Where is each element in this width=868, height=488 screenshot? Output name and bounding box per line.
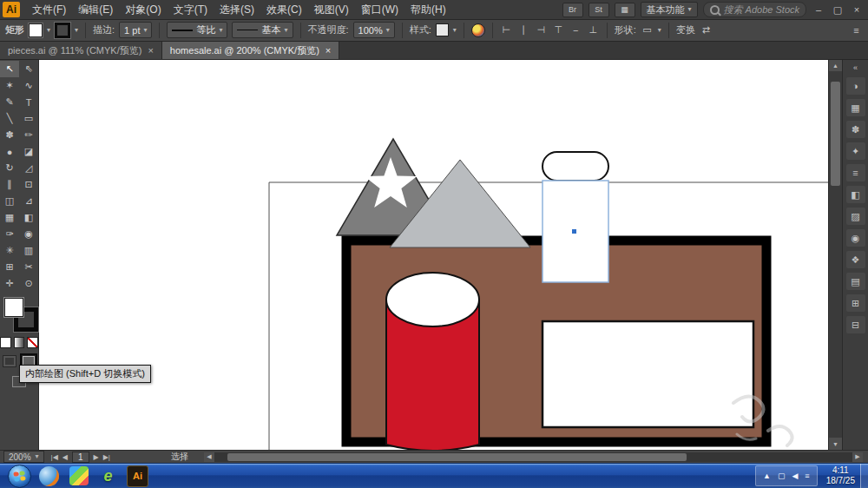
fill-color-swatch[interactable] — [29, 23, 43, 37]
appearance-panel-icon[interactable]: ◉ — [846, 229, 865, 247]
mesh-tool[interactable]: ▦ — [0, 209, 19, 226]
graphic-styles-panel-icon[interactable]: ❖ — [846, 251, 865, 268]
last-artboard-button[interactable]: ▶| — [103, 453, 110, 461]
restore-button[interactable]: ▢ — [831, 4, 845, 16]
menu-effect[interactable]: 效果(C) — [260, 0, 308, 19]
adobe-stock-search[interactable]: 搜索 Adobe Stock — [703, 2, 806, 17]
stroke-weight-input[interactable]: 1 pt ▾ — [119, 22, 152, 38]
canvas-area[interactable] — [39, 59, 828, 450]
menu-select[interactable]: 选择(S) — [214, 0, 260, 19]
tray-network-icon[interactable]: ≡ — [805, 472, 809, 480]
hand-tool[interactable]: ✛ — [0, 275, 19, 292]
tab-close-icon[interactable]: × — [326, 45, 331, 56]
transform-link[interactable]: 变换 — [676, 23, 695, 36]
scroll-right-icon[interactable]: ▶ — [852, 452, 863, 462]
zoom-level-select[interactable]: 200% ▾ — [3, 451, 44, 463]
tab-homesale[interactable]: homesale.ai @ 200% (CMYK/预览) × — [162, 42, 339, 59]
color-panel-icon[interactable]: ◑ — [846, 77, 865, 95]
close-button[interactable]: × — [850, 4, 864, 15]
tab-close-icon[interactable]: × — [148, 45, 153, 56]
panel-menu-icon[interactable]: ≡ — [850, 25, 863, 36]
gradient-tool[interactable]: ◧ — [19, 209, 38, 226]
chimney-cap[interactable] — [542, 152, 608, 181]
menu-help[interactable]: 帮助(H) — [404, 0, 452, 19]
hidden-icons-chevron-icon[interactable]: ▲ — [763, 472, 771, 480]
pencil-tool[interactable]: ✏ — [19, 127, 38, 143]
fill-caret-icon[interactable]: ▾ — [47, 27, 50, 34]
blob-brush-tool[interactable]: ● — [0, 143, 19, 160]
align-horizontal-right-icon[interactable]: ⊣ — [535, 24, 548, 36]
vertical-scrollbar[interactable]: ▲ ▼ — [828, 59, 842, 450]
horizontal-scrollbar[interactable]: ◀ ▶ — [204, 452, 863, 462]
symbol-sprayer-tool[interactable]: ✳ — [0, 242, 19, 259]
artboards-panel-icon[interactable]: ⊞ — [846, 294, 865, 312]
brush-definition-select[interactable]: 基本 ▾ — [232, 22, 293, 38]
door-cylinder-top[interactable] — [386, 273, 479, 326]
media-app-icon[interactable] — [68, 465, 89, 487]
tray-volume-icon[interactable]: ◀ — [792, 472, 798, 480]
align-vertical-top-icon[interactable]: ⊤ — [552, 24, 565, 36]
direct-selection-tool[interactable]: ⇖ — [19, 61, 38, 77]
stroke-color-swatch[interactable] — [55, 23, 70, 38]
anchor-point[interactable] — [572, 229, 576, 234]
none-button[interactable] — [27, 337, 38, 348]
magic-wand-tool[interactable]: ✶ — [0, 77, 19, 94]
stroke-caret-icon[interactable]: ▾ — [75, 27, 78, 34]
menu-edit[interactable]: 编辑(E) — [72, 0, 119, 19]
menu-file[interactable]: 文件(F) — [26, 0, 72, 19]
artboard-number-input[interactable]: 1 — [72, 452, 89, 463]
transparency-panel-icon[interactable]: ▨ — [846, 208, 865, 225]
stroke-panel-icon[interactable]: ≡ — [846, 164, 865, 181]
recolor-artwork-icon[interactable] — [471, 23, 485, 37]
align-vertical-bottom-icon[interactable]: ⊥ — [587, 24, 600, 36]
expand-panels-icon[interactable]: « — [846, 63, 865, 73]
horizontal-scroll-thumb[interactable] — [227, 453, 687, 461]
fill-swatch[interactable] — [3, 297, 24, 318]
brushes-panel-icon[interactable]: ✽ — [846, 121, 865, 138]
minimize-button[interactable]: – — [812, 4, 825, 15]
start-button[interactable] — [8, 465, 31, 488]
type-tool[interactable]: T — [19, 94, 38, 110]
workspace-switcher[interactable]: 基本功能 ▾ — [641, 2, 698, 17]
zoom-tool[interactable]: ⊙ — [19, 275, 38, 292]
draw-normal-button[interactable] — [3, 355, 16, 367]
menu-object[interactable]: 对象(O) — [119, 0, 167, 19]
scroll-up-icon[interactable]: ▲ — [829, 59, 842, 71]
window-rect[interactable] — [542, 321, 753, 427]
opacity-input[interactable]: 100% ▾ — [353, 22, 395, 38]
style-caret-icon[interactable]: ▾ — [453, 27, 457, 34]
internet-explorer-icon[interactable]: e — [97, 465, 119, 487]
align-horizontal-left-icon[interactable]: ⊢ — [500, 24, 513, 36]
swatches-panel-icon[interactable]: ▦ — [846, 99, 865, 116]
blend-tool[interactable]: ◉ — [19, 226, 38, 242]
layers-panel-icon[interactable]: ▤ — [846, 273, 865, 290]
width-tool[interactable]: ∥ — [0, 176, 19, 193]
artboard-tool[interactable]: ⊞ — [0, 259, 19, 275]
selection-tool[interactable]: ↖ — [0, 61, 19, 77]
first-artboard-button[interactable]: |◀ — [51, 453, 58, 461]
free-transform-tool[interactable]: ⊡ — [19, 176, 38, 193]
width-profile-select[interactable]: 等比 ▾ — [167, 22, 227, 38]
shape-builder-tool[interactable]: ◫ — [0, 193, 19, 209]
gradient-panel-icon[interactable]: ◧ — [846, 186, 865, 203]
stock-button[interactable]: St — [589, 3, 609, 17]
lasso-tool[interactable]: ∿ — [19, 77, 38, 94]
scroll-down-icon[interactable]: ▼ — [829, 438, 842, 450]
eraser-tool[interactable]: ◪ — [19, 143, 38, 160]
rotate-tool[interactable]: ↻ — [0, 160, 19, 176]
shape-options-icon[interactable]: ▭ — [641, 24, 654, 36]
arrange-documents-button[interactable]: ▦ — [615, 3, 635, 17]
scroll-left-icon[interactable]: ◀ — [204, 452, 214, 462]
tab-pieces[interactable]: pieces.ai @ 111% (CMYK/预览) × — [0, 42, 162, 59]
prev-artboard-button[interactable]: ◀ — [62, 453, 68, 461]
menu-view[interactable]: 视图(V) — [308, 0, 355, 19]
menu-window[interactable]: 窗口(W) — [355, 0, 404, 19]
tray-window-icon[interactable]: ▢ — [778, 472, 786, 480]
color-button[interactable] — [0, 337, 11, 348]
eyedropper-tool[interactable]: ✑ — [0, 226, 19, 242]
perspective-grid-tool[interactable]: ⊿ — [19, 193, 38, 209]
style-swatch[interactable] — [436, 23, 449, 36]
taskbar-clock[interactable]: 4:11 18/7/25 — [826, 465, 855, 486]
menu-type[interactable]: 文字(T) — [168, 0, 214, 19]
align-panel-icon[interactable]: ⊟ — [846, 316, 865, 333]
